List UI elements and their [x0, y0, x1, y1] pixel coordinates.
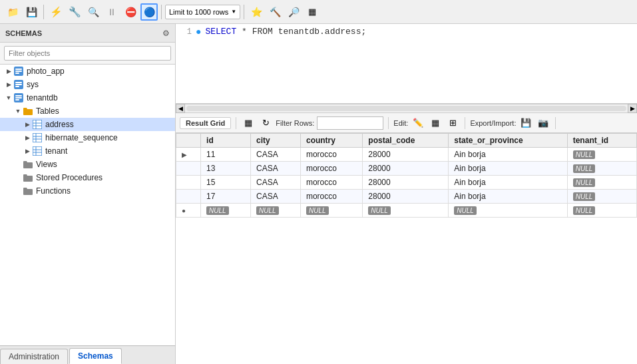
left-panel: SCHEMAS ⚙ ▶ photo_app — [0, 24, 176, 364]
cell-tenant-4: NULL — [567, 190, 636, 204]
result-panel: Result Grid ▦ ↻ Filter Rows: Edit: ✏️ ▦ … — [176, 113, 637, 364]
schemas-title: SCHEMAS — [5, 29, 42, 37]
new-row-dot: ● — [176, 204, 201, 218]
arrow-tenant: ▶ — [23, 148, 32, 154]
save-button[interactable]: 💾 — [23, 3, 40, 21]
label-address: address — [45, 120, 74, 129]
cell-city-4: CASA — [251, 190, 301, 204]
col-header-postal-code[interactable]: postal_code — [363, 134, 449, 148]
cell-id-2: 13 — [201, 162, 251, 176]
svg-rect-16 — [33, 133, 42, 142]
cell-state-2: Ain borja — [449, 162, 567, 176]
label-tenantdb: tenantdb — [27, 93, 58, 102]
label-stored-procedures: Stored Procedures — [36, 173, 103, 182]
tree-item-sys[interactable]: ▶ sys — [0, 78, 175, 91]
label-functions: Functions — [36, 186, 71, 196]
query-editor[interactable]: 1 ● SELECT * FROM tenantdb.address; — [176, 24, 637, 104]
tab-schemas[interactable]: Schemas — [69, 348, 122, 364]
col-header-state[interactable]: state_or_province — [449, 134, 567, 148]
folder-icon-stored-procedures — [23, 172, 33, 183]
edit-pencil-icon[interactable]: ✏️ — [411, 116, 425, 130]
scroll-track[interactable] — [186, 106, 626, 111]
pause-button[interactable]: ⏸ — [103, 3, 120, 21]
limit-rows-select[interactable]: Limit to 1000 rows ▼ — [165, 5, 240, 19]
active-tool-button[interactable]: 🔵 — [140, 3, 158, 21]
filter-input[interactable] — [4, 46, 171, 61]
result-sep-2 — [388, 117, 389, 129]
schema-tree: ▶ photo_app ▶ sys ▼ — [0, 65, 175, 345]
table-row[interactable]: ▶ 11 CASA morocco 28000 Ain borja NULL — [176, 148, 637, 162]
result-table: id city country postal_code state_or_pro… — [176, 133, 637, 218]
cell-state-3: Ain borja — [449, 176, 567, 190]
tree-item-address[interactable]: ▶ address — [0, 118, 175, 131]
h-scrollbar[interactable]: ◀ ▶ — [176, 104, 637, 113]
result-grid-icon[interactable]: ▦ — [241, 116, 256, 130]
edit-plus-icon[interactable]: ⊞ — [445, 116, 460, 130]
table-new-row[interactable]: ● NULL NULL NULL NULL NULL NULL — [176, 204, 637, 218]
new-row-tenant: NULL — [567, 204, 636, 218]
schemas-config-icon[interactable]: ⚙ — [162, 29, 170, 38]
tree-item-tables[interactable]: ▼ Tables — [0, 104, 175, 118]
table-row[interactable]: 17 CASA morocco 28000 Ain borja NULL — [176, 190, 637, 204]
col-header-tenant-id[interactable]: tenant_id — [567, 134, 636, 148]
arrow-tables: ▼ — [13, 108, 23, 114]
export-save-icon[interactable]: 💾 — [519, 116, 533, 130]
arrow-sys: ▶ — [4, 81, 13, 88]
cell-id-4: 17 — [201, 190, 251, 204]
tree-item-stored-procedures[interactable]: Stored Procedures — [0, 171, 175, 184]
query-text: SELECT * FROM tenantdb.address; — [205, 27, 366, 37]
arrow-photo-app: ▶ — [4, 68, 13, 75]
filter-box — [0, 43, 175, 65]
wrench-button[interactable]: 🔨 — [266, 3, 284, 21]
result-grid-tab[interactable]: Result Grid — [180, 117, 231, 129]
scroll-right-button[interactable]: ▶ — [628, 104, 637, 113]
cell-id-3: 15 — [201, 176, 251, 190]
tree-item-views[interactable]: Views — [0, 158, 175, 171]
tree-item-photo-app[interactable]: ▶ photo_app — [0, 65, 175, 78]
edit-grid-icon[interactable]: ▦ — [428, 116, 443, 130]
col-header-country[interactable]: country — [300, 134, 362, 148]
row-arrow-4 — [176, 190, 201, 204]
db-icon-sys — [13, 79, 24, 90]
scroll-left-button[interactable]: ◀ — [176, 104, 185, 113]
filter-rows-input[interactable] — [317, 116, 383, 130]
label-tenant: tenant — [45, 146, 67, 156]
grid-button[interactable]: ▦ — [304, 3, 321, 21]
line-dot: ● — [196, 27, 201, 37]
bottom-tabs: Administration Schemas — [0, 345, 175, 364]
new-row-country: NULL — [300, 204, 362, 218]
stop-button[interactable]: ⛔ — [122, 3, 139, 21]
tree-item-functions[interactable]: Functions — [0, 184, 175, 198]
new-row-state: NULL — [449, 204, 567, 218]
result-sep-4 — [555, 117, 556, 129]
cell-postal-2: 28000 — [363, 162, 449, 176]
run-button[interactable]: ⚡ — [47, 3, 65, 21]
tree-item-tenant[interactable]: ▶ tenant — [0, 144, 175, 158]
tab-administration[interactable]: Administration — [0, 349, 68, 364]
toolbar-sep-1 — [43, 5, 44, 19]
open-folder-button[interactable]: 📁 — [4, 3, 21, 21]
table-row[interactable]: 13 CASA morocco 28000 Ain borja NULL — [176, 162, 637, 176]
table-row[interactable]: 15 CASA morocco 28000 Ain borja NULL — [176, 176, 637, 190]
col-header-city[interactable]: city — [251, 134, 301, 148]
col-header-id[interactable]: id — [201, 134, 251, 148]
svg-rect-12 — [33, 120, 42, 129]
export-camera-icon[interactable]: 📷 — [536, 116, 550, 130]
new-row-id: NULL — [201, 204, 251, 218]
sql-body: * FROM tenantdb.address; — [242, 27, 366, 37]
execute-button[interactable]: 🔧 — [66, 3, 83, 21]
folder-icon-views — [23, 159, 33, 170]
arrow-hibernate: ▶ — [23, 134, 32, 141]
filter-rows-label: Filter Rows: — [276, 119, 314, 127]
toolbar-sep-2 — [161, 5, 162, 19]
cell-tenant-2: NULL — [567, 162, 636, 176]
result-refresh-icon[interactable]: ↻ — [258, 116, 273, 130]
search2-button[interactable]: 🔎 — [285, 3, 302, 21]
star-button[interactable]: ⭐ — [248, 3, 265, 21]
svg-rect-11 — [15, 99, 19, 100]
label-tables: Tables — [36, 106, 59, 116]
tree-item-hibernate[interactable]: ▶ hibernate_sequence — [0, 131, 175, 144]
cell-state-4: Ain borja — [449, 190, 567, 204]
find-button[interactable]: 🔍 — [85, 3, 102, 21]
tree-item-tenantdb[interactable]: ▼ tenantdb — [0, 91, 175, 104]
